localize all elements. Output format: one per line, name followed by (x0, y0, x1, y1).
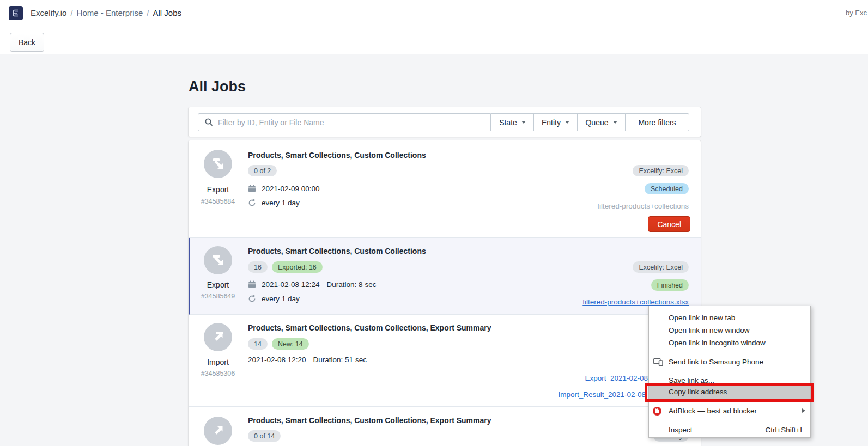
job-date-row: 2021-02-09 00:00 (248, 185, 320, 193)
refresh-icon (248, 295, 256, 303)
count-badge: 14 (248, 338, 268, 350)
state-filter-label: State (499, 118, 517, 127)
breadcrumb-brand[interactable]: Excelify.io (31, 8, 66, 17)
job-date-row: 2021-02-08 12:24 Duration: 8 sec (248, 280, 376, 289)
job-file-name: filtered-products+collections (597, 202, 689, 210)
chevron-down-icon (521, 121, 526, 124)
menu-item-send-link-samsung[interactable]: Send link to Samsung Phone (649, 355, 810, 369)
status-badge-wrap: Scheduled (645, 183, 689, 194)
import-icon (204, 323, 232, 351)
new-badge: New: 14 (272, 338, 309, 350)
search-box (198, 113, 491, 131)
queue-filter-dropdown[interactable]: Queue (577, 113, 626, 131)
cancel-button[interactable]: Cancel (648, 216, 690, 232)
adblock-icon (653, 407, 661, 416)
breadcrumb-home-enterprise[interactable]: Home - Enterprise (77, 8, 143, 17)
export-icon (204, 246, 232, 274)
job-type-label: Export (198, 280, 238, 289)
calendar-icon (248, 280, 256, 289)
status-badge: Scheduled (645, 183, 689, 194)
job-recurrence-row: every 1 day (248, 199, 300, 207)
top-navigation-bar: Excelify.io / Home - Enterprise / All Jo… (0, 0, 868, 26)
count-badge: 16 (248, 261, 268, 273)
chevron-down-icon (565, 121, 569, 124)
menu-item-adblock[interactable]: AdBlock — best ad blocker (649, 404, 810, 418)
import-result-file-link[interactable]: Import_Result_2021-02-08 (558, 390, 646, 399)
app-root: Excelify.io / Home - Enterprise / All Jo… (0, 0, 868, 446)
entity-filter-label: Entity (542, 118, 561, 127)
queue-filter-label: Queue (585, 118, 608, 127)
breadcrumb-separator: / (147, 8, 149, 17)
job-row-partial[interactable]: Products, Smart Collections, Custom Coll… (189, 407, 701, 446)
excelify-logo-icon[interactable] (9, 6, 23, 20)
job-id: #34585649 (198, 292, 238, 300)
search-input[interactable] (218, 118, 490, 127)
breadcrumb-all-jobs: All Jobs (153, 8, 181, 17)
job-title: Products, Smart Collections, Custom Coll… (248, 247, 426, 255)
count-badge: 0 of 2 (248, 165, 277, 176)
chevron-down-icon (613, 121, 617, 124)
more-filters-label: More filters (638, 118, 676, 127)
toolbar: Back (0, 26, 868, 54)
job-type-label: Import (198, 358, 238, 366)
back-button[interactable]: Back (10, 33, 44, 52)
export-icon (204, 150, 232, 178)
job-date: 2021-02-08 12:24 (262, 280, 320, 289)
menu-separator (649, 371, 810, 371)
job-id: #34585684 (198, 198, 238, 205)
job-recurrence: every 1 day (262, 295, 300, 303)
job-badges: 16 Exported: 16 (248, 261, 323, 273)
job-badges: 14 New: 14 (248, 338, 309, 350)
job-title: Products, Smart Collections, Custom Coll… (248, 416, 491, 425)
jobs-list-card: Export #34585684 Products, Smart Collect… (189, 140, 701, 446)
inspect-shortcut: Ctrl+Shift+I (649, 424, 802, 436)
job-title: Products, Smart Collections, Custom Coll… (248, 151, 426, 160)
refresh-icon (248, 199, 256, 207)
menu-separator (649, 350, 810, 350)
status-badge: Finished (651, 279, 689, 291)
job-duration: Duration: 8 sec (327, 280, 377, 289)
job-date: 2021-02-09 00:00 (262, 185, 320, 193)
job-row-import-34585306[interactable]: Import #34585306 Products, Smart Collect… (189, 315, 701, 407)
menu-separator (649, 420, 810, 420)
job-title: Products, Smart Collections, Custom Coll… (248, 323, 491, 332)
job-badges: 0 of 14 (248, 430, 281, 442)
page-title: All Jobs (189, 78, 246, 95)
state-filter-dropdown[interactable]: State (491, 113, 534, 131)
job-duration: Duration: 51 sec (313, 356, 367, 364)
filter-card: State Entity Queue More filters (189, 107, 701, 137)
import-icon (204, 417, 232, 445)
job-recurrence: every 1 day (262, 199, 300, 207)
job-date: 2021-02-08 12:20 (248, 356, 306, 364)
menu-item-open-new-tab[interactable]: Open link in new tab (649, 311, 810, 324)
job-recurrence-row: every 1 day (248, 295, 300, 303)
calendar-icon (248, 185, 256, 193)
queue-badge: Excelify: Excel (633, 165, 689, 176)
queue-badge: Excelify: Excel (633, 261, 689, 273)
job-row-export-34585684[interactable]: Export #34585684 Products, Smart Collect… (189, 140, 701, 238)
menu-item-open-incognito[interactable]: Open link in incognito window (649, 337, 810, 349)
breadcrumb-separator: / (70, 8, 72, 17)
search-icon (205, 118, 213, 126)
job-type-label: Export (198, 185, 238, 194)
status-badge-wrap: Finished (651, 279, 689, 291)
breadcrumb: Excelify.io / Home - Enterprise / All Jo… (31, 0, 181, 26)
menu-item-open-new-window[interactable]: Open link in new window (649, 324, 810, 337)
job-file-link[interactable]: filtered-products+collections.xlsx (582, 298, 689, 306)
by-excelify-text: by Exc (846, 9, 867, 17)
submenu-arrow-icon (802, 408, 805, 413)
menu-item-copy-link-address[interactable]: Copy link address (649, 385, 810, 399)
count-badge: 0 of 14 (248, 430, 281, 442)
exported-badge: Exported: 16 (272, 261, 323, 273)
queue-badge-wrap: Excelify: Excel (633, 165, 689, 176)
queue-badge-wrap: Excelify: Excel (633, 261, 689, 273)
send-to-device-icon (653, 358, 663, 366)
job-date-row: 2021-02-08 12:20 Duration: 51 sec (248, 356, 367, 364)
job-row-export-34585649[interactable]: Export #34585649 Products, Smart Collect… (189, 238, 701, 315)
job-badges: 0 of 2 (248, 165, 277, 176)
more-filters-button[interactable]: More filters (625, 113, 689, 131)
export-file-link[interactable]: Export_2021-02-08 (585, 374, 648, 382)
entity-filter-dropdown[interactable]: Entity (533, 113, 578, 131)
job-id: #34585306 (198, 370, 238, 377)
